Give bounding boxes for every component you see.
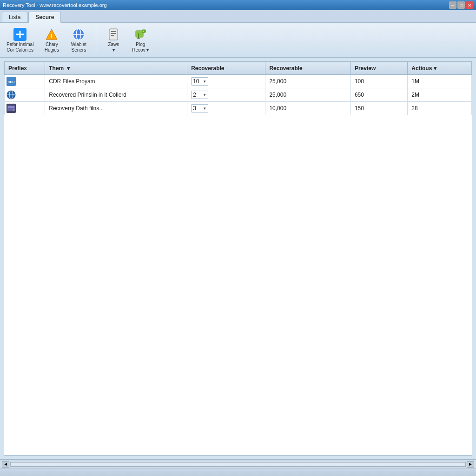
col-header-them[interactable]: Them ▾ [45, 62, 187, 75]
row3-icon-cell [5, 102, 45, 115]
table-row: CDR CDR Files Proyam 10 ▼ 25,000 100 1M [5, 75, 472, 88]
toolbar-btn-wiabiet[interactable]: WiabietSeners [67, 26, 90, 54]
title-bar: Recovery Tool - www.recovertool.example.… [0, 0, 476, 10]
col-header-prefix[interactable]: Prefiex [5, 62, 45, 75]
toolbar: Pefor InsimalCor Calonies ! CharyHugies … [0, 23, 476, 58]
table-row: Recovered Priinsiin in it Collerd 2 ▼ 25… [5, 88, 472, 102]
svg-rect-27 [8, 106, 14, 108]
zaws-icon [106, 27, 121, 42]
chary-icon: ! [44, 27, 59, 42]
title-bar-text: Recovery Tool - www.recovertool.example.… [3, 2, 449, 8]
pefor-label: Pefor InsimalCor Calonies [7, 42, 33, 53]
row3-name: Recoverry Dath filns... [45, 102, 187, 115]
row1-actions: 1M [408, 75, 472, 88]
row1-preview: 100 [350, 75, 407, 88]
toolbar-btn-plog[interactable]: PlogRecov ▾ [129, 26, 152, 54]
cdr-icon: CDR [7, 77, 16, 86]
tab-lista[interactable]: Lista [2, 12, 27, 22]
row2-dropdown-arrow[interactable]: ▼ [203, 93, 206, 97]
svg-text:!: ! [51, 33, 53, 40]
row2-dropdown[interactable]: 2 ▼ [191, 91, 208, 99]
row1-select-value: 10 [193, 78, 201, 85]
toolbar-btn-chary[interactable]: ! CharyHugies [40, 26, 63, 54]
status-bar [0, 469, 476, 476]
row1-select[interactable]: 10 ▼ [187, 75, 265, 88]
row3-preview: 150 [350, 102, 407, 115]
row3-select[interactable]: 3 ▼ [187, 102, 265, 115]
row3-dropdown-arrow[interactable]: ▼ [203, 106, 206, 111]
row2-name: Recovered Priinsiin in it Collerd [45, 88, 187, 102]
scroll-right-button[interactable]: ▶ [467, 461, 474, 468]
row2-select[interactable]: 2 ▼ [187, 88, 265, 102]
browser-icon [7, 90, 16, 99]
row1-icon-cell: CDR [5, 75, 45, 88]
table-row: Recoverry Dath filns... 3 ▼ 10,000 150 2… [5, 102, 472, 115]
data-table: Prefiex Them ▾ Recoverable Recoverable P… [4, 62, 472, 115]
col-header-recoverable1[interactable]: Recoverable [187, 62, 265, 75]
maximize-button[interactable]: □ [457, 1, 465, 9]
row1-recoverable2: 25,000 [265, 75, 351, 88]
drive-icon [7, 104, 16, 113]
chary-label: CharyHugies [45, 42, 59, 53]
row1-name: CDR Files Proyam [45, 75, 187, 88]
row3-actions: 28 [408, 102, 472, 115]
col-header-preview[interactable]: Preview [350, 62, 407, 75]
row2-select-value: 2 [193, 92, 201, 98]
col-header-actions[interactable]: Actious ▾ [408, 62, 472, 75]
row3-recoverable2: 10,000 [265, 102, 351, 115]
horizontal-scrollbar: ◀ ▶ [0, 459, 476, 469]
svg-point-28 [13, 109, 14, 111]
col-header-recoverable2[interactable]: Recoverable [265, 62, 351, 75]
close-button[interactable]: ✕ [466, 1, 473, 9]
zaws-label: Zaws▾ [108, 42, 119, 53]
row2-preview: 650 [350, 88, 407, 102]
content-area: Prefiex Them ▾ Recoverable Recoverable P… [4, 61, 472, 456]
plog-label: PlogRecov ▾ [132, 42, 149, 53]
svg-point-16 [143, 31, 144, 32]
svg-rect-10 [109, 29, 118, 40]
tab-secure[interactable]: Secure [28, 12, 61, 23]
row3-dropdown[interactable]: 3 ▼ [191, 104, 208, 112]
row2-icon-cell [5, 88, 45, 102]
row1-dropdown[interactable]: 10 ▼ [191, 77, 208, 86]
title-bar-controls: ─ □ ✕ [449, 1, 473, 9]
toolbar-btn-pefor[interactable]: Pefor InsimalCor Calonies [4, 26, 36, 54]
toolbar-divider-1 [96, 26, 96, 52]
tab-bar: Lista Secure [0, 10, 476, 23]
row1-dropdown-arrow[interactable]: ▼ [203, 79, 206, 84]
scroll-track[interactable] [10, 462, 466, 467]
scroll-left-button[interactable]: ◀ [2, 461, 9, 468]
row3-select-value: 3 [193, 105, 201, 112]
minimize-button[interactable]: ─ [449, 1, 456, 9]
table-header-row: Prefiex Them ▾ Recoverable Recoverable P… [5, 62, 472, 75]
plog-icon [133, 27, 148, 42]
row2-actions: 2M [408, 88, 472, 102]
svg-text:CDR: CDR [7, 80, 14, 84]
wiabiet-label: WiabietSeners [71, 42, 86, 53]
pefor-icon [13, 27, 27, 42]
wiabiet-icon [71, 27, 86, 42]
row2-recoverable2: 25,000 [265, 88, 351, 102]
toolbar-btn-zaws[interactable]: Zaws▾ [102, 26, 125, 54]
